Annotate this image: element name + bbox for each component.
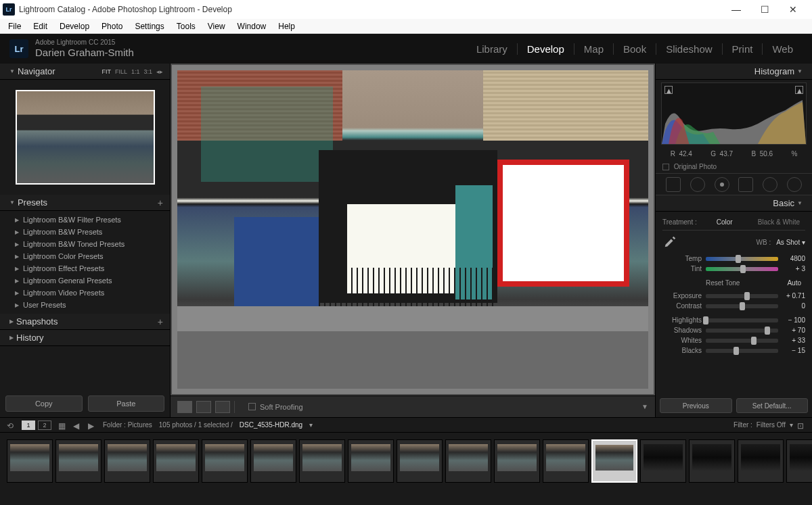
shadows-slider[interactable] — [706, 329, 778, 333]
main-window-button[interactable]: 1 — [22, 420, 35, 430]
temp-value[interactable]: 4800 — [782, 255, 805, 262]
highlight-clipping-icon[interactable]: ▲ — [795, 86, 803, 94]
main-image-view[interactable] — [172, 65, 654, 394]
filmstrip-thumbnail[interactable] — [55, 439, 102, 483]
identity-plate[interactable]: Darien Graham-Smith — [35, 47, 134, 59]
filmstrip-thumbnail-selected[interactable] — [591, 439, 637, 483]
navigator-preview[interactable] — [0, 80, 170, 195]
highlights-slider[interactable] — [706, 318, 778, 322]
contrast-slider[interactable] — [706, 304, 778, 308]
filmstrip-thumbnail[interactable] — [299, 439, 345, 483]
module-library[interactable]: Library — [467, 43, 518, 55]
nav-zoom-fit[interactable]: FIT — [102, 68, 111, 75]
spot-removal-tool[interactable] — [690, 177, 705, 192]
copy-button[interactable]: Copy — [5, 395, 83, 412]
preset-folder[interactable]: ▶Lightroom B&W Filter Presets — [0, 214, 170, 226]
original-photo-toggle[interactable]: Original Photo — [656, 160, 812, 174]
module-book[interactable]: Book — [614, 43, 656, 55]
filmstrip-thumbnail[interactable] — [445, 439, 491, 483]
module-map[interactable]: Map — [574, 43, 614, 55]
highlights-value[interactable]: − 100 — [782, 316, 805, 324]
tint-value[interactable]: + 3 — [782, 265, 805, 272]
preset-folder[interactable]: ▶Lightroom B&W Toned Presets — [0, 238, 170, 250]
shadows-value[interactable]: + 70 — [782, 327, 805, 334]
second-window-button[interactable]: 2 — [38, 420, 51, 430]
current-filename[interactable]: DSC_4535-HDR.dng — [240, 421, 302, 429]
menu-help[interactable]: Help — [273, 20, 300, 32]
loupe-view-button[interactable] — [177, 401, 192, 413]
folder-path[interactable]: Folder : Pictures — [103, 421, 152, 429]
before-after-lr-button[interactable] — [196, 401, 211, 413]
blacks-value[interactable]: − 15 — [782, 347, 805, 354]
nav-prev-icon[interactable]: ◀ — [73, 421, 81, 429]
soft-proofing-toggle[interactable]: Soft Proofing — [248, 403, 303, 411]
paste-button[interactable]: Paste — [88, 395, 165, 412]
source-dropdown-icon[interactable]: ▾ — [309, 421, 313, 429]
preset-folder[interactable]: ▶User Presets — [0, 299, 170, 311]
preset-folder[interactable]: ▶Lightroom B&W Presets — [0, 226, 170, 238]
filter-preset-dropdown[interactable]: Filters Off — [757, 421, 786, 429]
menu-photo[interactable]: Photo — [96, 20, 128, 32]
preset-folder[interactable]: ▶Lightroom Video Presets — [0, 287, 170, 299]
filter-lock-icon[interactable]: ⊡ — [797, 421, 805, 429]
shadow-clipping-icon[interactable]: ▲ — [664, 86, 673, 94]
whites-value[interactable]: + 33 — [782, 337, 805, 344]
treatment-color[interactable]: Color — [711, 217, 738, 227]
presets-header[interactable]: ▼ Presets + — [0, 195, 170, 211]
menu-settings[interactable]: Settings — [129, 20, 169, 32]
snapshots-header[interactable]: ▶ Snapshots + — [0, 314, 170, 330]
basic-header[interactable]: Basic ▼ — [656, 195, 812, 212]
filmstrip-thumbnail[interactable] — [689, 439, 735, 483]
module-slideshow[interactable]: Slideshow — [656, 43, 722, 55]
blacks-slider[interactable] — [706, 349, 778, 353]
whites-slider[interactable] — [706, 339, 778, 343]
filmstrip-thumbnail[interactable] — [397, 439, 443, 483]
white-balance-picker-tool[interactable] — [662, 235, 677, 249]
toolbar-menu-icon[interactable]: ▼ — [641, 403, 648, 410]
redeye-tool[interactable] — [715, 177, 729, 192]
filmstrip-thumbnail[interactable] — [104, 439, 150, 483]
add-snapshot-icon[interactable]: + — [158, 316, 163, 327]
nav-zoom-fill[interactable]: FILL — [115, 68, 127, 75]
before-after-tb-button[interactable] — [215, 401, 230, 413]
wb-preset-dropdown[interactable]: As Shot ▾ — [776, 239, 805, 246]
exposure-value[interactable]: + 0.71 — [782, 292, 805, 299]
menu-edit[interactable]: Edit — [28, 20, 53, 32]
tone-label[interactable]: Reset Tone — [662, 279, 783, 287]
menu-develop[interactable]: Develop — [54, 20, 95, 32]
nav-zoom-menu-icon[interactable]: ◂▸ — [156, 68, 163, 75]
menu-view[interactable]: View — [202, 20, 231, 32]
module-develop[interactable]: Develop — [518, 43, 574, 55]
module-print[interactable]: Print — [723, 43, 763, 55]
menu-window[interactable]: Window — [232, 20, 272, 32]
filmstrip-thumbnail[interactable] — [640, 439, 686, 483]
filmstrip-thumbnail[interactable] — [786, 439, 812, 483]
filmstrip-thumbnail[interactable] — [738, 439, 784, 483]
filter-dropdown-icon[interactable]: ▾ — [790, 421, 793, 429]
auto-tone-button[interactable]: Auto — [783, 278, 805, 288]
graduated-filter-tool[interactable] — [738, 177, 753, 192]
adjustment-brush-tool[interactable] — [787, 177, 802, 192]
sync-icon[interactable]: ⟲ — [7, 421, 15, 429]
nav-zoom-3to1[interactable]: 3:1 — [143, 68, 152, 75]
filmstrip-thumbnail[interactable] — [494, 439, 540, 483]
contrast-value[interactable]: 0 — [782, 302, 805, 310]
nav-next-icon[interactable]: ▶ — [88, 421, 96, 429]
module-web[interactable]: Web — [763, 43, 803, 55]
preset-folder[interactable]: ▶Lightroom Effect Presets — [0, 262, 170, 274]
filmstrip-thumbnail[interactable] — [7, 439, 53, 483]
minimize-button[interactable]: — — [728, 4, 744, 15]
filmstrip[interactable] — [0, 432, 812, 489]
filmstrip-thumbnail[interactable] — [348, 439, 394, 483]
navigator-header[interactable]: ▼ Navigator FIT FILL 1:1 3:1 ◂▸ — [0, 64, 170, 80]
close-button[interactable]: ✕ — [785, 4, 801, 15]
menu-tools[interactable]: Tools — [171, 20, 201, 32]
tint-slider[interactable] — [706, 267, 778, 271]
temp-slider[interactable] — [706, 257, 778, 261]
filmstrip-thumbnail[interactable] — [250, 439, 296, 483]
histogram-display[interactable]: ▲ ▲ — [661, 82, 807, 145]
radial-filter-tool[interactable] — [763, 177, 777, 192]
crop-tool[interactable] — [666, 177, 681, 192]
set-default-button[interactable]: Set Default... — [736, 398, 809, 413]
history-header[interactable]: ▶ History — [0, 330, 170, 346]
